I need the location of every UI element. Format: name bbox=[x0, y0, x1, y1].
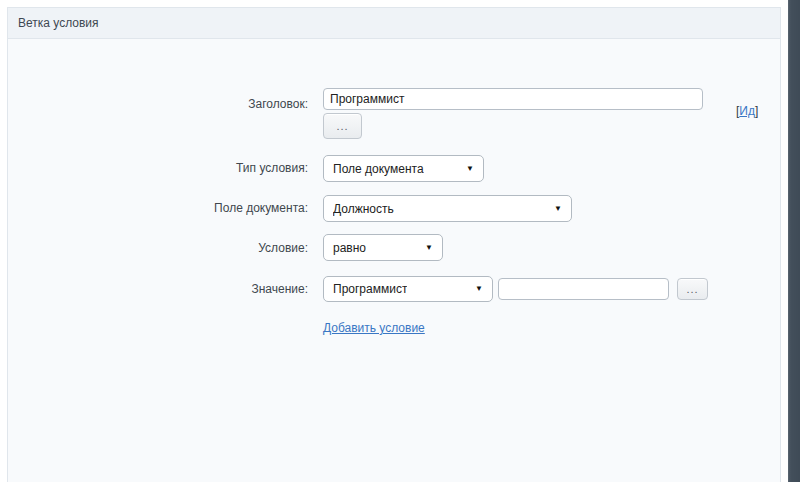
document-field-label: Поле документа: bbox=[143, 201, 308, 215]
value-input[interactable] bbox=[498, 278, 669, 300]
panel-title: Ветка условия bbox=[8, 8, 780, 39]
chevron-down-icon: ▼ bbox=[475, 285, 483, 293]
page: Ветка условия Заголовок: ... [Ид] Тип ус… bbox=[0, 0, 800, 482]
condition-type-label: Тип условия: bbox=[143, 161, 308, 175]
value-select[interactable]: Программист ▼ bbox=[323, 276, 493, 302]
condition-type-selected-value: Поле документа bbox=[333, 162, 424, 176]
id-link-close-bracket: ] bbox=[755, 104, 758, 118]
condition-selected-value: равно bbox=[333, 241, 366, 255]
chevron-down-icon: ▼ bbox=[425, 243, 433, 251]
value-selected-value: Программист bbox=[333, 282, 407, 296]
title-label: Заголовок: bbox=[143, 97, 308, 111]
title-more-button[interactable]: ... bbox=[323, 113, 362, 139]
add-condition-link[interactable]: Добавить условие bbox=[323, 321, 425, 335]
document-field-select[interactable]: Должность ▼ bbox=[323, 195, 572, 222]
add-condition-link-wrap: Добавить условие bbox=[323, 318, 425, 336]
chevron-down-icon: ▼ bbox=[554, 204, 562, 212]
id-link[interactable]: Ид bbox=[739, 104, 755, 118]
condition-label: Условие: bbox=[143, 241, 308, 255]
vertical-scrollbar[interactable] bbox=[788, 0, 800, 482]
condition-type-select[interactable]: Поле документа ▼ bbox=[323, 155, 484, 182]
value-more-button[interactable]: ... bbox=[677, 278, 708, 300]
document-field-selected-value: Должность bbox=[333, 202, 394, 216]
id-link-wrap: [Ид] bbox=[736, 104, 758, 118]
chevron-down-icon: ▼ bbox=[466, 164, 474, 172]
condition-select[interactable]: равно ▼ bbox=[323, 234, 443, 261]
title-input[interactable] bbox=[323, 88, 703, 110]
value-label: Значение: bbox=[143, 282, 308, 296]
